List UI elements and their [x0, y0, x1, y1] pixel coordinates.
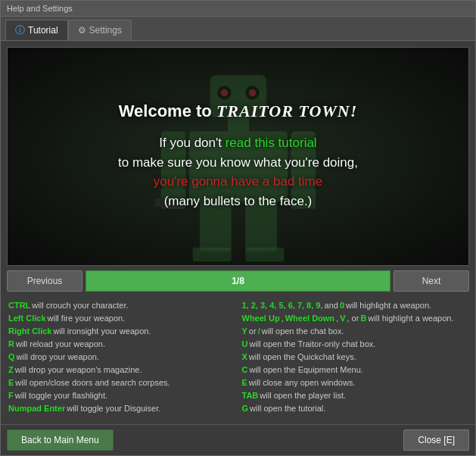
svg-rect-15 — [245, 247, 284, 261]
keybinds-left: CTRL will crouch your character. Left Cl… — [8, 299, 235, 415]
tab-settings[interactable]: ⚙ Settings — [68, 20, 132, 40]
keybind-x: X will open the Quickchat keys. — [242, 351, 468, 364]
bottom-bar: Back to Main Menu Close [E] — [1, 424, 475, 455]
keybinds-section: CTRL will crouch your character. Left Cl… — [7, 296, 469, 418]
keybind-g: G will open the tutorial. — [242, 402, 468, 415]
main-window: Help and Settings ⓘ Tutorial ⚙ Settings — [0, 0, 476, 456]
tutorial-tab-label: Tutorial — [28, 25, 58, 36]
tab-bar: ⓘ Tutorial ⚙ Settings — [1, 17, 475, 41]
progress-indicator: 1/8 — [86, 270, 390, 292]
keybind-z: Z will drop your weapon's magazine. — [8, 364, 235, 376]
keybind-e-doors: E will open/close doors and search corps… — [8, 376, 235, 389]
close-button[interactable]: Close [E] — [403, 429, 469, 451]
main-text: If you don't read this tutorial to make … — [118, 133, 358, 211]
keybind-c: C will open the Equipment Menu. — [242, 364, 468, 376]
keybind-wheel: Wheel Up, Wheel Down, V, or B will highl… — [242, 312, 468, 325]
nav-bar: Previous 1/8 Next — [7, 270, 469, 292]
keybind-e-windows: E will close any open windows. — [242, 376, 468, 389]
red-text: you're gonna have a bad time — [154, 174, 322, 189]
tutorial-tab-icon: ⓘ — [15, 23, 25, 37]
green-text: read this tutorial — [226, 136, 317, 150]
keybinds-right: 1, 2, 3, 4, 5, 6, 7, 8, 9, and 0 will hi… — [242, 299, 468, 415]
keybind-right-click: Right Click will ironsight your weapon. — [8, 325, 235, 338]
back-to-main-button[interactable]: Back to Main Menu — [7, 429, 114, 451]
main-content: Welcome to Traitor Town! If you don't re… — [1, 41, 475, 424]
tutorial-image-area: Welcome to Traitor Town! If you don't re… — [7, 47, 469, 266]
keybind-f: F will toggle your flashlight. — [8, 389, 235, 402]
keybind-numbers: 1, 2, 3, 4, 5, 6, 7, 8, 9, and 0 will hi… — [242, 299, 468, 312]
previous-button[interactable]: Previous — [7, 270, 82, 292]
keybind-left-click: Left Click will fire your weapon. — [8, 312, 235, 325]
settings-tab-label: Settings — [89, 25, 122, 36]
welcome-title: Welcome to Traitor Town! — [118, 102, 358, 121]
next-button[interactable]: Next — [394, 270, 469, 292]
keybind-u: U will open the Traitor-only chat box. — [242, 338, 468, 351]
tab-tutorial[interactable]: ⓘ Tutorial — [5, 20, 68, 40]
svg-rect-14 — [192, 247, 231, 261]
settings-tab-icon: ⚙ — [78, 25, 86, 36]
keybind-q: Q will drop your weapon. — [8, 351, 235, 364]
window-title: Help and Settings — [7, 4, 73, 13]
title-bar: Help and Settings — [1, 1, 475, 17]
keybind-tab: TAB will open the player list. — [242, 389, 468, 402]
tutorial-text: Welcome to Traitor Town! If you don't re… — [103, 94, 373, 218]
keybind-numpad-enter: Numpad Enter will toggle your Disguiser. — [8, 402, 235, 415]
keybind-ctrl: CTRL will crouch your character. — [8, 299, 235, 312]
traitor-town-text: Traitor Town! — [216, 102, 357, 120]
keybind-r: R will reload your weapon. — [8, 338, 235, 351]
keybind-y: Y or / will open the chat box. — [242, 325, 468, 338]
